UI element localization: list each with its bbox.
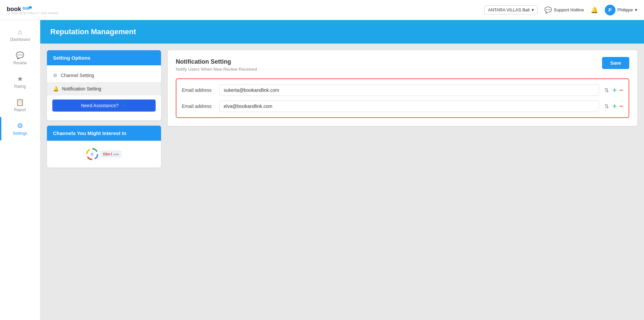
hotel-name: ANTARA VILLAS Bali: [488, 7, 530, 12]
sidebar: ⌂ Dashboard 💬 Review ★ Rating 📋 Report ⚙…: [0, 20, 40, 320]
user-menu[interactable]: P Philippe ▾: [605, 5, 637, 15]
tiket-logo: tike t .com: [100, 150, 121, 158]
sidebar-item-dashboard[interactable]: ⌂ Dashboard: [0, 23, 40, 47]
email-label-1: Email address: [182, 87, 215, 93]
channels-body: G tike t .com: [47, 141, 161, 168]
svg-point-4: [29, 7, 30, 8]
notification-setting-subtitle: Notify Users When New Review Received: [176, 67, 629, 72]
tiket-text: tike: [103, 152, 110, 156]
tiket-domain: .com: [113, 153, 119, 156]
google-icon: G: [86, 148, 98, 160]
user-name: Philippe: [618, 7, 633, 12]
logo: book link CLOUD HOSPITALITY SOFTWARE: [7, 5, 59, 15]
hotel-selector[interactable]: ANTARA VILLAS Bali ▾: [484, 5, 538, 14]
sort-icon-2[interactable]: ⇅: [603, 103, 610, 110]
sidebar-label-report: Report: [14, 108, 26, 112]
support-hotline-label: Support Hotline: [554, 7, 584, 12]
email-row-1-actions: ⇅ + −: [603, 86, 623, 94]
user-chevron-icon: ▾: [635, 7, 637, 12]
report-icon: 📋: [16, 98, 24, 106]
save-button[interactable]: Save: [602, 57, 629, 69]
save-label: Save: [610, 60, 621, 66]
setting-options-title: Setting Options: [53, 55, 91, 61]
assistance-person-icon: 👤: [121, 103, 127, 108]
sidebar-item-review[interactable]: 💬 Review: [0, 47, 40, 70]
email-row-2-actions: ⇅ + −: [603, 103, 623, 110]
content-area: Setting Options ⚙ Channel Setting 🔔 Noti…: [40, 44, 644, 320]
notification-setting-title: Notification Setting: [176, 58, 629, 65]
email-label-2: Email address: [182, 104, 215, 109]
svg-point-5: [31, 7, 32, 8]
sidebar-label-rating: Rating: [14, 84, 26, 89]
menu-item-channel-label: Channel Setting: [61, 73, 94, 78]
main-content: Reputation Management Setting Options ⚙ …: [40, 20, 644, 320]
support-hotline[interactable]: 💬 Support Hotline: [544, 6, 584, 14]
sidebar-item-report[interactable]: 📋 Report: [0, 93, 40, 117]
sidebar-item-settings[interactable]: ⚙ Settings: [0, 117, 40, 140]
sidebar-label-review: Review: [13, 61, 26, 65]
notification-setting-icon: 🔔: [53, 86, 59, 91]
review-icon: 💬: [16, 51, 24, 59]
channel-logos: G tike t .com: [86, 148, 121, 160]
email-fields-container: Email address ⇅ + − Email address: [176, 78, 629, 118]
channels-card: Channels You Might Interest In G: [47, 126, 161, 168]
setting-options-header: Setting Options: [47, 50, 161, 65]
tiket-dot: t: [111, 152, 112, 156]
notification-setting-card: Notification Setting Notify Users When N…: [168, 50, 637, 126]
left-panel: Setting Options ⚙ Channel Setting 🔔 Noti…: [47, 50, 161, 313]
settings-icon: ⚙: [17, 122, 23, 130]
page-title: Reputation Management: [50, 27, 136, 36]
email-input-1[interactable]: [219, 84, 599, 96]
user-avatar: P: [605, 5, 615, 15]
channel-setting-icon: ⚙: [53, 73, 57, 78]
topnav-right: ANTARA VILLAS Bali ▾ 💬 Support Hotline 🔔…: [484, 5, 637, 15]
menu-item-notification[interactable]: 🔔 Notification Setting: [47, 82, 161, 95]
remove-button-1[interactable]: −: [619, 87, 623, 93]
svg-text:G: G: [91, 152, 94, 156]
setting-options-card: Setting Options ⚙ Channel Setting 🔔 Noti…: [47, 50, 161, 120]
email-input-2[interactable]: [219, 101, 599, 112]
sort-icon-1[interactable]: ⇅: [603, 86, 610, 94]
right-panel: Notification Setting Notify Users When N…: [168, 50, 637, 313]
setting-options-body: ⚙ Channel Setting 🔔 Notification Setting…: [47, 65, 161, 120]
add-button-1[interactable]: +: [613, 87, 617, 93]
bell-icon[interactable]: 🔔: [591, 6, 598, 14]
topnav: book link CLOUD HOSPITALITY SOFTWARE: [0, 0, 644, 20]
sidebar-label-dashboard: Dashboard: [10, 37, 30, 42]
page-header: Reputation Management: [40, 20, 644, 44]
sidebar-label-settings: Settings: [13, 131, 27, 136]
need-assistance-label: Need Assistance?: [81, 103, 118, 108]
svg-text:link: link: [22, 6, 30, 11]
channels-header: Channels You Might Interest In: [47, 126, 161, 141]
remove-button-2[interactable]: −: [619, 103, 623, 110]
hotel-chevron-icon: ▾: [532, 7, 534, 12]
rating-icon: ★: [17, 75, 23, 83]
add-button-2[interactable]: +: [613, 103, 617, 110]
menu-item-channel[interactable]: ⚙ Channel Setting: [47, 69, 161, 82]
menu-item-notification-label: Notification Setting: [62, 86, 101, 91]
need-assistance-button[interactable]: Need Assistance? 👤: [52, 100, 156, 112]
sidebar-item-rating[interactable]: ★ Rating: [0, 70, 40, 93]
email-row-1: Email address ⇅ + −: [182, 84, 623, 96]
logo-subtitle: CLOUD HOSPITALITY SOFTWARE: [7, 12, 59, 15]
dashboard-icon: ⌂: [18, 28, 22, 36]
email-row-2: Email address ⇅ + −: [182, 101, 623, 112]
whatsapp-icon: 💬: [544, 6, 552, 14]
channels-title: Channels You Might Interest In: [53, 130, 126, 136]
